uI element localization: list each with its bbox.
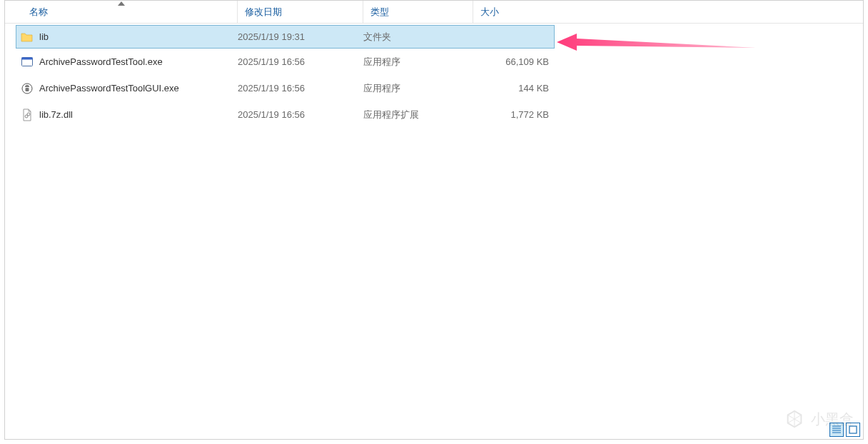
svg-rect-3 (26, 88, 29, 91)
exe-gui-icon (21, 82, 34, 95)
column-header-row: 名称 修改日期 类型 大小 (5, 1, 863, 24)
column-header-size-label: 大小 (480, 6, 499, 19)
column-header-size[interactable]: 大小 (473, 1, 553, 23)
file-date: 2025/1/19 16:56 (238, 109, 305, 120)
column-header-name-label: 名称 (29, 6, 48, 19)
table-row[interactable]: ArchivePasswordTestToolGUI.exe 2025/1/19… (5, 75, 863, 101)
column-header-type[interactable]: 类型 (363, 1, 473, 23)
file-type: 文件夹 (363, 31, 391, 44)
folder-icon (21, 31, 34, 44)
file-size: 144 KB (518, 83, 549, 94)
sort-ascending-icon (118, 1, 125, 6)
svg-rect-6 (849, 426, 857, 433)
file-explorer-window: 名称 修改日期 类型 大小 lib 2025/1/19 19:31 文件夹 (4, 0, 864, 440)
file-size: 1,772 KB (511, 109, 550, 120)
file-date: 2025/1/19 19:31 (238, 31, 305, 42)
file-type: 应用程序 (363, 56, 400, 69)
file-name: lib (39, 31, 49, 42)
dll-icon (21, 109, 34, 121)
column-header-date[interactable]: 修改日期 (238, 1, 363, 23)
file-type: 应用程序扩展 (363, 109, 419, 121)
file-name: ArchivePasswordTestTool.exe (39, 56, 163, 67)
file-date: 2025/1/19 16:56 (238, 83, 305, 94)
file-date: 2025/1/19 16:56 (238, 56, 305, 67)
svg-rect-1 (22, 57, 33, 59)
view-details-button[interactable] (829, 423, 844, 437)
file-size: 66,109 KB (505, 56, 549, 67)
file-type: 应用程序 (363, 82, 400, 95)
file-name: lib.7z.dll (39, 109, 73, 120)
column-header-type-label: 类型 (370, 6, 389, 19)
column-header-date-label: 修改日期 (245, 6, 282, 19)
table-row[interactable]: ArchivePasswordTestTool.exe 2025/1/19 16… (5, 49, 863, 75)
column-header-name[interactable]: 名称 (5, 1, 238, 23)
file-list: lib 2025/1/19 19:31 文件夹 ArchivePasswordT… (5, 24, 863, 439)
table-row[interactable]: lib 2025/1/19 19:31 文件夹 (16, 25, 555, 49)
view-large-icons-button[interactable] (846, 423, 860, 437)
view-switcher (829, 423, 860, 437)
table-row[interactable]: lib.7z.dll 2025/1/19 16:56 应用程序扩展 1,772 … (5, 101, 863, 128)
exe-icon (21, 56, 34, 69)
file-name: ArchivePasswordTestToolGUI.exe (39, 83, 179, 94)
